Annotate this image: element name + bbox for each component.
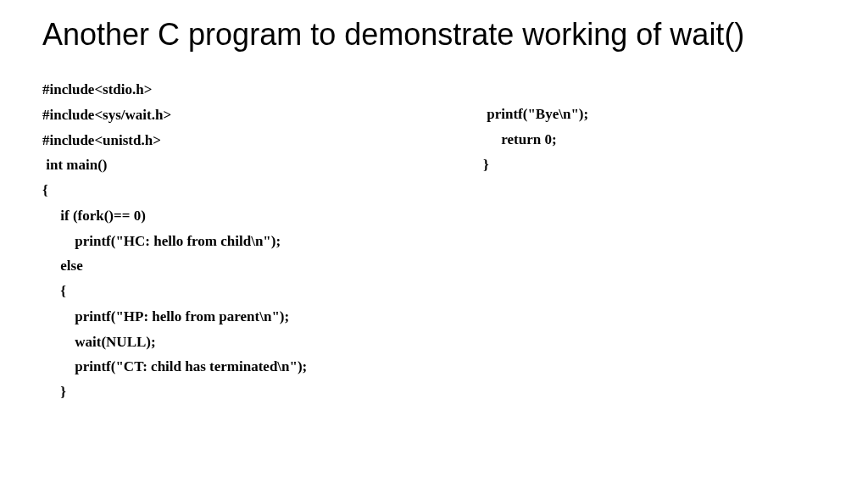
code-line: if (fork()== 0) [42,203,449,229]
code-line: printf("CT: child has terminated\n"); [42,354,449,380]
code-line: wait(NULL); [42,330,449,355]
code-line: { [42,178,449,203]
left-code-column: #include<stdio.h> #include<sys/wait.h> #… [42,77,449,405]
code-line: } [483,152,826,178]
code-line: #include<stdio.h> [42,77,449,103]
code-line: return 0; [483,127,826,152]
right-code-column: printf("Bye\n"); return 0; } [483,77,826,405]
code-line: printf("HC: hello from child\n"); [42,229,449,254]
code-line: int main() [42,152,449,178]
code-line: printf("HP: hello from parent\n"); [42,304,449,330]
slide-title: Another C program to demonstrate working… [42,15,826,53]
code-line: #include<unistd.h> [42,128,449,153]
code-line: printf("Bye\n"); [483,102,826,127]
code-line: { [42,279,449,304]
code-line: } [42,380,449,405]
content-columns: #include<stdio.h> #include<sys/wait.h> #… [42,77,826,405]
code-line: else [42,253,449,279]
code-line: #include<sys/wait.h> [42,103,449,128]
